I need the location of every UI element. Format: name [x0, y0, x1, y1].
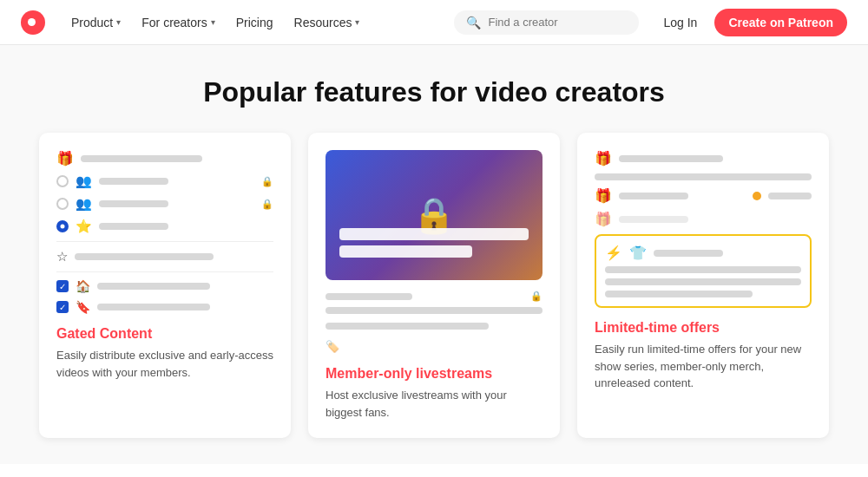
divider-2 [56, 271, 273, 272]
nav-for-creators-label: For creators [141, 16, 207, 29]
star-icon: ⭐ [76, 219, 92, 234]
card1-gift-row: 🎁 [56, 150, 273, 167]
card2-gray-bar-2 [326, 307, 542, 314]
card3-highlight-bar-3 [605, 278, 801, 285]
bookmark-icon: 🔖 [76, 300, 90, 314]
card3-row-2: 🎁 [595, 187, 812, 204]
nav-pricing-label: Pricing [236, 16, 273, 29]
card3-highlight-bar-2 [605, 266, 801, 273]
nav-for-creators[interactable]: For creators ▾ [133, 10, 223, 35]
gated-content-label: Gated Content [56, 326, 273, 342]
radio-unselected-2[interactable] [56, 198, 69, 210]
tag-icon: 🏷️ [326, 340, 339, 353]
main-content: Popular features for video creators 🎁 👥 … [0, 45, 868, 464]
nav-creators-chevron-icon: ▾ [211, 17, 215, 27]
people-icon-1: 👥 [76, 173, 92, 189]
nav-items: Product ▾ For creators ▾ Pricing Resourc… [62, 10, 454, 35]
card1-radio-row-1: 👥 🔒 [56, 173, 273, 189]
livestreams-desc: Host exclusive livestreams with your big… [326, 387, 542, 421]
create-patreon-button[interactable]: Create on Patreon [714, 9, 847, 36]
nav-resources-chevron-icon: ▾ [355, 17, 359, 27]
limited-time-desc: Easily run limited-time offers for your … [595, 341, 812, 392]
gray-bar-1 [81, 155, 202, 162]
card3-bar-1 [619, 155, 723, 162]
card2-gray-bar-3 [326, 323, 489, 330]
nav-resources-label: Resources [294, 16, 352, 29]
navbar: Product ▾ For creators ▾ Pricing Resourc… [0, 0, 868, 45]
feature-cards: 🎁 👥 🔒 👥 🔒 ⭐ [35, 133, 833, 438]
nav-product[interactable]: Product ▾ [62, 10, 129, 35]
nav-product-label: Product [71, 16, 113, 29]
card3-highlight-bar-4 [605, 291, 753, 297]
divider-1 [56, 241, 273, 242]
lock-icon-2: 🔒 [261, 199, 273, 210]
people-icon-2: 👥 [76, 196, 92, 212]
livestreams-label: Member-only livestreams [326, 366, 542, 382]
gray-bar-7 [97, 304, 210, 310]
card2-gray-bar-1 [326, 293, 412, 300]
gray-bar-3 [99, 200, 168, 207]
card1-star-row: ☆ [56, 249, 273, 265]
card3-highlight-box: ⚡ 👕 [595, 234, 812, 308]
preview-bar-1 [339, 228, 529, 240]
preview-bar-2 [339, 245, 472, 258]
card3-bar-2 [595, 173, 812, 180]
nav-resources[interactable]: Resources ▾ [286, 10, 369, 35]
lightning-icon: ⚡ [605, 245, 622, 261]
limited-time-card: 🎁 🎁 🎁 ⚡ 👕 [577, 133, 829, 438]
search-icon: 🔍 [466, 16, 481, 29]
gift-icon-4: 🎁 [595, 211, 612, 227]
gray-bar-6 [97, 283, 210, 290]
gift-icon-2: 🎁 [595, 150, 612, 167]
radio-unselected-1[interactable] [56, 175, 69, 187]
card1-radio-row-3: ⭐ [56, 219, 273, 234]
limited-time-label: Limited-time offers [595, 320, 812, 336]
card1-radio-row-2: 👥 🔒 [56, 196, 273, 212]
card1-checkbox-row-2: ✓ 🔖 [56, 300, 273, 314]
card2-lock-icon: 🔒 [530, 291, 542, 302]
gift-icon-3: 🎁 [595, 187, 612, 204]
tshirt-icon: 👕 [629, 245, 647, 261]
card3-bar-5 [619, 216, 688, 223]
gated-content-desc: Easily distribute exclusive and early-ac… [56, 347, 273, 381]
house-icon: 🏠 [76, 279, 90, 293]
search-bar[interactable]: 🔍 [454, 10, 639, 35]
livestream-preview: 🔒 [326, 150, 542, 280]
checkbox-checked-1[interactable]: ✓ [56, 280, 69, 292]
livestreams-card: 🔒 🔒 🏷️ Member-only livestreams Host excl… [308, 133, 560, 438]
page-title: Popular features for video creators [35, 76, 833, 108]
nav-product-chevron-icon: ▾ [116, 17, 121, 27]
gray-bar-5 [75, 253, 214, 260]
lock-icon-1: 🔒 [261, 176, 273, 187]
card3-bar-4 [768, 193, 812, 199]
login-button[interactable]: Log In [653, 10, 707, 35]
card3-row-1: 🎁 [595, 150, 812, 167]
card1-checkbox-row-1: ✓ 🏠 [56, 279, 273, 293]
card3-highlight-bar-1 [654, 250, 723, 257]
gated-content-card: 🎁 👥 🔒 👥 🔒 ⭐ [39, 133, 291, 438]
card3-row-3: 🎁 [595, 211, 812, 227]
card3-highlight-row: ⚡ 👕 [605, 245, 801, 261]
star-outline-icon: ☆ [56, 249, 68, 265]
gray-bar-4 [99, 223, 168, 230]
gift-icon: 🎁 [56, 150, 74, 167]
logo[interactable] [21, 10, 45, 35]
yellow-dot [753, 192, 761, 200]
radio-selected[interactable] [56, 220, 69, 232]
card2-info-row: 🔒 [326, 291, 542, 302]
gray-bar-2 [99, 178, 168, 185]
search-input[interactable] [488, 16, 627, 29]
checkbox-checked-2[interactable]: ✓ [56, 301, 69, 313]
nav-pricing[interactable]: Pricing [227, 10, 282, 35]
card3-bar-3 [619, 193, 688, 199]
